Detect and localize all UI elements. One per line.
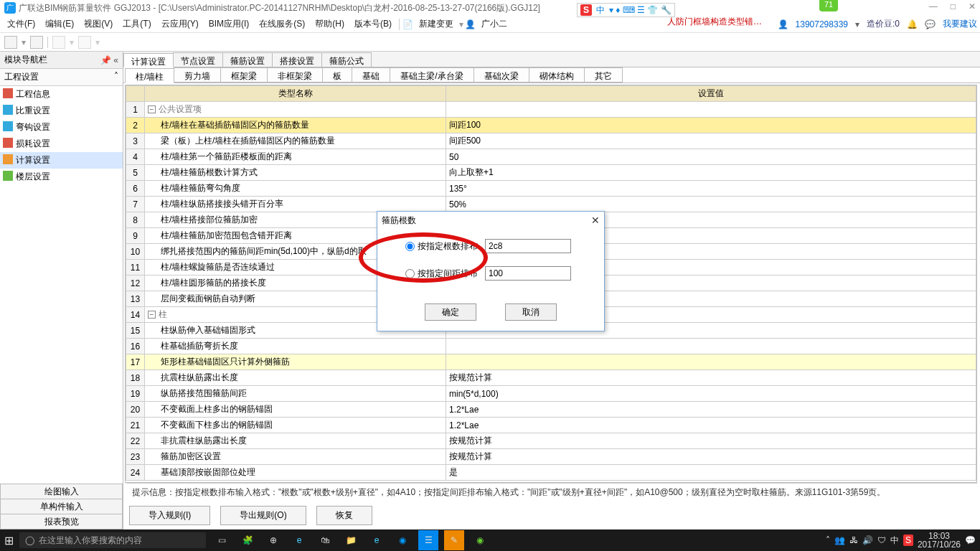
tool-open-icon[interactable] bbox=[4, 36, 17, 49]
grid-row-16[interactable]: 16柱基础插筋弯折长度 bbox=[126, 339, 976, 354]
tab-3[interactable]: 搭接设置 bbox=[272, 52, 322, 67]
task-view-icon[interactable]: ▭ bbox=[212, 530, 232, 550]
sidebar-item-3[interactable]: 损耗设置 bbox=[0, 136, 123, 152]
sidebar-btn-single[interactable]: 单构件输入 bbox=[0, 499, 123, 514]
row-name[interactable]: 绑扎搭接范围内的箍筋间距min(5d,100)中，纵筋d的取 bbox=[145, 244, 446, 260]
row-value[interactable]: 是 bbox=[446, 465, 976, 481]
grid-row-22[interactable]: 22非抗震柱纵筋露出长度按规范计算 bbox=[126, 433, 976, 449]
menu-edit[interactable]: 编辑(E) bbox=[41, 17, 78, 32]
tray-ime-label[interactable]: 中 bbox=[890, 534, 899, 547]
tray-volume-icon[interactable]: 🔊 bbox=[862, 535, 873, 545]
subtab-1[interactable]: 剪力墙 bbox=[174, 67, 221, 83]
grid-row-24[interactable]: 24基础顶部按嵌固部位处理是 bbox=[126, 465, 976, 481]
tray-people-icon[interactable]: 👥 bbox=[834, 535, 845, 545]
subtab-7[interactable]: 基础次梁 bbox=[473, 67, 529, 83]
row-name[interactable]: 纵筋搭接范围箍筋间距 bbox=[145, 386, 446, 402]
row-value[interactable]: 向上取整+1 bbox=[446, 165, 976, 181]
taskbar-app-1[interactable]: 🧩 bbox=[237, 530, 258, 550]
export-rule-button[interactable]: 导出规则(O) bbox=[220, 506, 306, 525]
row-name[interactable]: 基础顶部按嵌固部位处理 bbox=[145, 465, 446, 481]
feedback-link[interactable]: 我要建议 bbox=[943, 18, 977, 30]
row-name[interactable]: 层间变截面钢筋自动判断 bbox=[145, 291, 446, 307]
grid-row-20[interactable]: 20不变截面上柱多出的钢筋锚固1.2*Lae bbox=[126, 402, 976, 418]
grid-row-1[interactable]: 1−公共设置项 bbox=[126, 102, 976, 118]
grid-row-8[interactable]: 8柱/墙柱搭接部位箍筋加密 bbox=[126, 212, 976, 228]
row-name[interactable]: 柱/墙柱螺旋箍筋是否连续通过 bbox=[145, 260, 446, 276]
sidebar-item-5[interactable]: 楼层设置 bbox=[0, 169, 123, 185]
user-small-label[interactable]: 广小二 bbox=[477, 17, 512, 32]
grid-row-4[interactable]: 4柱/墙柱第一个箍筋距楼板面的距离50 bbox=[126, 149, 976, 165]
menu-view[interactable]: 视图(V) bbox=[80, 17, 117, 32]
row-name[interactable]: 箍筋加密区设置 bbox=[145, 449, 446, 465]
grid-row-3[interactable]: 3梁（板）上柱/墙柱在插筋锚固区内的箍筋数量间距500 bbox=[126, 133, 976, 149]
row-name[interactable]: 柱/墙柱搭接部位箍筋加密 bbox=[145, 212, 446, 228]
subtab-2[interactable]: 框架梁 bbox=[220, 67, 268, 83]
maximize-button[interactable]: □ bbox=[951, 1, 956, 11]
settings-grid-wrap[interactable]: 类型名称 设置值 1−公共设置项2柱/墙柱在基础插筋锚固区内的箍筋数量间距100… bbox=[125, 85, 977, 483]
notification-badge[interactable]: 71 bbox=[819, 0, 838, 11]
row-name[interactable]: 柱/墙柱纵筋搭接接头错开百分率 bbox=[145, 197, 446, 212]
taskbar-app-2[interactable]: ⊕ bbox=[263, 530, 283, 550]
tab-2[interactable]: 箍筋设置 bbox=[222, 52, 273, 67]
sidebar-item-1[interactable]: 比重设置 bbox=[0, 103, 123, 119]
ime-toolbar[interactable]: S 中 ▾ ♦ ⌨ ☰ 👕 🔧 bbox=[577, 3, 675, 17]
grid-row-7[interactable]: 7柱/墙柱纵筋搭接接头错开百分率50% bbox=[126, 197, 976, 212]
grid-row-9[interactable]: 9柱/墙柱箍筋加密范围包含错开距离 bbox=[126, 228, 976, 244]
row-value[interactable]: 按规范计算 bbox=[446, 449, 976, 465]
menu-online[interactable]: 在线服务(S) bbox=[255, 17, 309, 32]
tool-undo-icon[interactable] bbox=[52, 36, 65, 49]
row-name[interactable]: 柱/墙柱箍筋加密范围包含错开距离 bbox=[145, 228, 446, 244]
tray-shield-icon[interactable]: 🛡 bbox=[877, 535, 886, 545]
tab-1[interactable]: 节点设置 bbox=[173, 52, 223, 67]
grid-row-23[interactable]: 23箍筋加密区设置按规范计算 bbox=[126, 449, 976, 465]
row-value[interactable] bbox=[446, 291, 976, 307]
row-value[interactable]: 50% bbox=[446, 197, 976, 212]
ime-items[interactable]: ▾ ♦ ⌨ ☰ 👕 🔧 bbox=[609, 5, 672, 15]
subtab-3[interactable]: 非框架梁 bbox=[267, 67, 323, 83]
taskbar-app-5[interactable]: ✎ bbox=[444, 530, 464, 550]
grid-row-12[interactable]: 12柱/墙柱圆形箍筋的搭接长度 bbox=[126, 276, 976, 291]
tray-notifications-icon[interactable]: 💬 bbox=[965, 535, 976, 545]
row-name[interactable]: −公共设置项 bbox=[145, 102, 446, 118]
menu-version[interactable]: 版本号(B) bbox=[350, 17, 396, 32]
tool-save-icon[interactable] bbox=[30, 36, 43, 49]
row-name[interactable]: 抗震柱纵筋露出长度 bbox=[145, 370, 446, 386]
subtab-0[interactable]: 柱/墙柱 bbox=[125, 68, 174, 83]
new-change-button[interactable]: 新建变更 bbox=[415, 17, 458, 32]
start-button[interactable]: ⊞ bbox=[4, 534, 14, 547]
row-name[interactable]: 柱/墙柱圆形箍筋的搭接长度 bbox=[145, 276, 446, 291]
taskbar-clock[interactable]: 18:03 2017/10/26 bbox=[918, 532, 961, 549]
grid-row-18[interactable]: 18抗震柱纵筋露出长度按规范计算 bbox=[126, 370, 976, 386]
taskbar-app-3[interactable]: ◉ bbox=[392, 530, 413, 550]
feedback-icon[interactable]: 💬 bbox=[925, 19, 936, 29]
row-name[interactable]: −柱 bbox=[145, 307, 446, 323]
row-value[interactable] bbox=[446, 212, 976, 228]
row-name[interactable]: 梁（板）上柱/墙柱在插筋锚固区内的箍筋数量 bbox=[145, 133, 446, 149]
sidebar-btn-report[interactable]: 报表预览 bbox=[0, 514, 123, 529]
row-value[interactable]: 按规范计算 bbox=[446, 370, 976, 386]
taskbar-store-icon[interactable]: 🛍 bbox=[315, 530, 335, 550]
restore-button[interactable]: 恢复 bbox=[316, 506, 372, 525]
grid-row-13[interactable]: 13层间变截面钢筋自动判断 bbox=[126, 291, 976, 307]
grid-row-10[interactable]: 10绑扎搭接范围内的箍筋间距min(5d,100)中，纵筋d的取 bbox=[126, 244, 976, 260]
row-name[interactable]: 柱/墙柱第一个箍筋距楼板面的距离 bbox=[145, 149, 446, 165]
taskbar-app-4[interactable]: ☰ bbox=[418, 530, 438, 550]
menu-tools[interactable]: 工具(T) bbox=[118, 17, 155, 32]
subtab-8[interactable]: 砌体结构 bbox=[529, 67, 585, 83]
row-name[interactable]: 矩形柱基础锚固区只计算外侧箍筋 bbox=[145, 354, 446, 370]
subtab-9[interactable]: 其它 bbox=[584, 67, 623, 83]
row-value[interactable]: 135° bbox=[446, 181, 976, 197]
row-value[interactable]: 间距100 bbox=[446, 118, 976, 133]
account-phone[interactable]: 13907298339 bbox=[796, 19, 848, 29]
close-button[interactable]: ✕ bbox=[969, 1, 976, 11]
subtab-6[interactable]: 基础主梁/承台梁 bbox=[390, 67, 473, 83]
tab-4[interactable]: 箍筋公式 bbox=[321, 52, 372, 67]
grid-row-5[interactable]: 5柱/墙柱箍筋根数计算方式向上取整+1 bbox=[126, 165, 976, 181]
row-value[interactable] bbox=[446, 339, 976, 354]
grid-row-19[interactable]: 19纵筋搭接范围箍筋间距min(5*d,100) bbox=[126, 386, 976, 402]
row-name[interactable]: 柱/墙柱箍筋弯勾角度 bbox=[145, 181, 446, 197]
user-avatar-icon[interactable]: 👤 bbox=[778, 19, 788, 29]
tray-sogou-icon[interactable]: S bbox=[903, 534, 913, 546]
sidebar-pin-icon[interactable]: 📌 « bbox=[100, 55, 118, 65]
menu-help[interactable]: 帮助(H) bbox=[311, 17, 349, 32]
